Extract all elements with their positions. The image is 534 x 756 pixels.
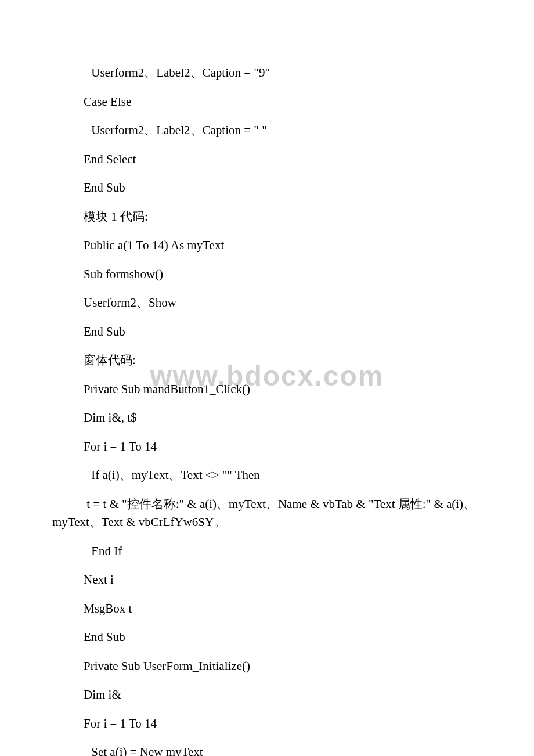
code-line: Next i (52, 571, 482, 589)
code-line: End Sub (52, 179, 482, 197)
code-line: Public a(1 To 14) As myText (52, 236, 482, 255)
code-line: t = t & "控件名称:" & a(i)、myText、Name & vbT… (52, 495, 482, 532)
code-line: Userform2、Show (52, 294, 482, 312)
code-line: End Select (52, 150, 482, 169)
code-line: Dim i&, t$ (52, 409, 482, 427)
code-line: Private Sub UserForm_Initialize() (52, 657, 482, 676)
code-line: Case Else (52, 93, 482, 111)
code-line: End If (52, 542, 482, 561)
code-line: Sub formshow() (52, 265, 482, 284)
code-line: Private Sub mandButton1_Click() (52, 380, 482, 399)
code-line: For i = 1 To 14 (52, 715, 482, 733)
code-line: Userform2、Label2、Caption = "9" (52, 64, 482, 82)
code-line: Userform2、Label2、Caption = " " (52, 121, 482, 140)
code-line: End Sub (52, 628, 482, 647)
code-line: For i = 1 To 14 (52, 438, 482, 456)
document-page: Userform2、Label2、Caption = "9" Case Else… (0, 0, 534, 756)
code-line: MsgBox t (52, 600, 482, 618)
code-line: Set a(i) = New myText (52, 743, 482, 756)
code-line: 模块 1 代码: (52, 208, 482, 226)
code-line: 窗体代码: (52, 351, 482, 370)
code-line: End Sub (52, 323, 482, 341)
code-line: If a(i)、myText、Text <> "" Then (52, 466, 482, 485)
code-line: Dim i& (52, 686, 482, 704)
